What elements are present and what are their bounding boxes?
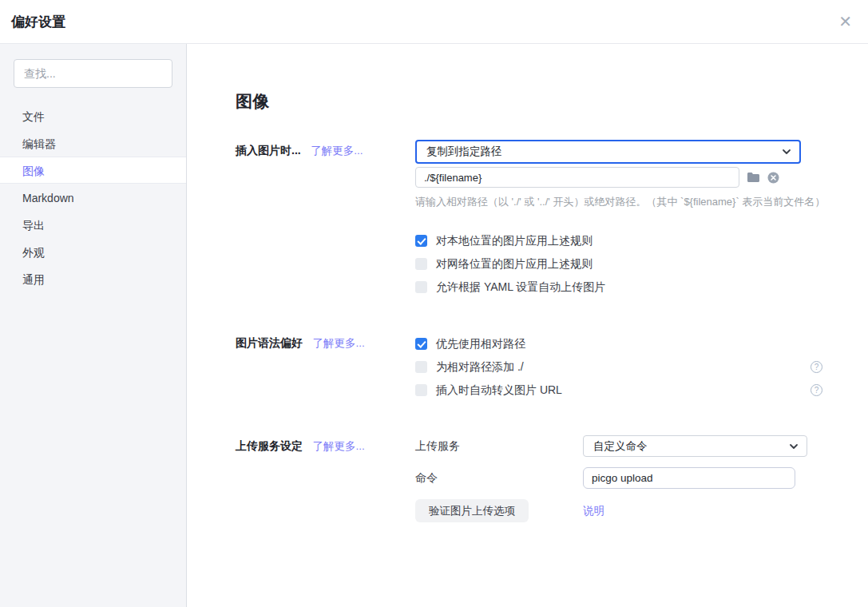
online-images-label: 对网络位置的图片应用上述规则 <box>436 257 593 272</box>
insert-action-select[interactable]: 复制到指定路径 <box>415 140 801 164</box>
online-images-checkbox[interactable] <box>415 258 427 270</box>
upload-service-label: 上传服务 <box>415 439 583 454</box>
add-dot-slash-label: 为相对路径添加 ./ <box>436 360 524 375</box>
upload-help-link[interactable]: 说明 <box>583 504 604 518</box>
sidebar-item-editor[interactable]: 编辑器 <box>0 129 186 157</box>
search-input[interactable] <box>14 59 172 88</box>
help-icon[interactable]: ? <box>811 361 822 373</box>
relative-path-label: 优先使用相对路径 <box>436 337 525 351</box>
sidebar-item-file[interactable]: 文件 <box>0 102 186 129</box>
page-title: 图像 <box>236 90 868 113</box>
yaml-upload-checkbox[interactable] <box>415 281 427 293</box>
clear-path-icon[interactable] <box>767 172 779 184</box>
main-content: 图像 插入图片时... 了解更多... 复制到指定路径 <box>187 44 868 607</box>
help-icon[interactable]: ? <box>811 384 822 396</box>
preferences-window: 偏好设置 ✕ 文件 编辑器 图像 Markdown 导出 外观 通用 图像 插入… <box>0 0 868 607</box>
chevron-down-icon <box>789 442 799 451</box>
chevron-down-icon <box>782 147 791 157</box>
sidebar-item-general[interactable]: 通用 <box>0 265 186 292</box>
validate-upload-button[interactable]: 验证图片上传选项 <box>415 499 529 522</box>
close-icon[interactable]: ✕ <box>838 14 852 30</box>
section-insert-image: 插入图片时... 了解更多... 复制到指定路径 <box>236 140 868 299</box>
sidebar: 文件 编辑器 图像 Markdown 导出 外观 通用 <box>0 44 187 607</box>
checkbox-row-escape-url: 插入时自动转义图片 URL ? <box>415 379 822 402</box>
titlebar: 偏好设置 ✕ <box>0 0 868 44</box>
add-dot-slash-checkbox[interactable] <box>415 361 427 373</box>
upload-service-select-value: 自定义命令 <box>593 439 789 454</box>
insert-learn-more-link[interactable]: 了解更多... <box>311 145 363 157</box>
folder-icon[interactable] <box>747 172 760 183</box>
copy-path-input[interactable] <box>415 167 739 188</box>
section-image-syntax: 图片语法偏好 了解更多... 优先使用相对路径 为相对路径添加 ./ ? <box>236 332 868 402</box>
sidebar-item-markdown[interactable]: Markdown <box>0 184 186 211</box>
sidebar-item-image[interactable]: 图像 <box>0 157 186 184</box>
checkbox-row-local-images: 对本地位置的图片应用上述规则 <box>415 229 822 252</box>
insert-action-select-value: 复制到指定路径 <box>426 145 782 159</box>
command-label: 命令 <box>415 471 583 486</box>
section-upload-service: 上传服务设定 了解更多... 上传服务 自定义命令 命令 <box>236 435 868 522</box>
relative-path-checkbox[interactable] <box>415 338 427 350</box>
local-images-label: 对本地位置的图片应用上述规则 <box>436 234 593 248</box>
checkbox-row-relative-path: 优先使用相对路径 <box>415 332 822 355</box>
window-title: 偏好设置 <box>11 13 65 31</box>
upload-service-select[interactable]: 自定义命令 <box>583 435 807 457</box>
sidebar-item-export[interactable]: 导出 <box>0 211 186 238</box>
syntax-learn-more-link[interactable]: 了解更多... <box>312 337 364 349</box>
sidebar-item-appearance[interactable]: 外观 <box>0 238 186 265</box>
image-syntax-label: 图片语法偏好 <box>236 336 303 349</box>
escape-url-checkbox[interactable] <box>415 384 427 396</box>
yaml-upload-label: 允许根据 YAML 设置自动上传图片 <box>436 280 605 295</box>
insert-image-label: 插入图片时... <box>236 144 301 157</box>
checkbox-row-yaml-upload: 允许根据 YAML 设置自动上传图片 <box>415 276 822 299</box>
upload-learn-more-link[interactable]: 了解更多... <box>312 440 364 452</box>
checkbox-row-online-images: 对网络位置的图片应用上述规则 <box>415 252 822 276</box>
path-hint-text: 请输入相对路径（以 './' 或 '../' 开头）或绝对路径。（其中 `${f… <box>415 195 822 209</box>
command-input[interactable] <box>583 467 795 489</box>
escape-url-label: 插入时自动转义图片 URL <box>436 383 562 398</box>
local-images-checkbox[interactable] <box>415 235 427 247</box>
upload-service-section-label: 上传服务设定 <box>236 439 303 452</box>
checkbox-row-add-dot-slash: 为相对路径添加 ./ ? <box>415 355 822 379</box>
